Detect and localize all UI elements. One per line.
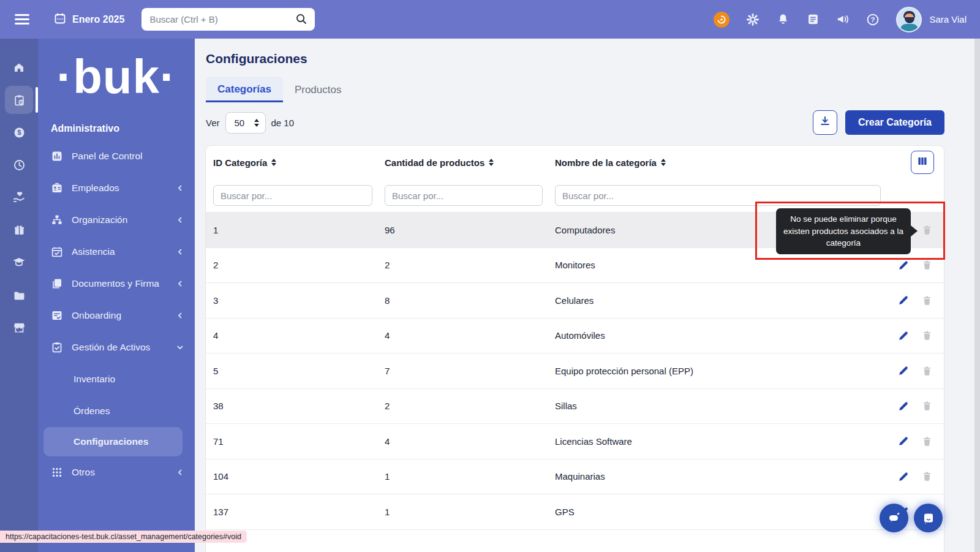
page-size-value: 50 (235, 118, 245, 128)
rail-marketplace-store-icon[interactable] (5, 313, 33, 341)
delete-trash-icon[interactable] (921, 365, 933, 377)
table-row (206, 529, 944, 552)
page-title: Configuraciones (206, 51, 307, 66)
chevron-left-icon (176, 312, 184, 319)
dashboard-icon (51, 150, 63, 162)
edit-pencil-icon[interactable] (897, 259, 910, 271)
table-row: 4 4 Automóviles (206, 318, 944, 354)
edit-pencil-icon[interactable] (897, 365, 910, 377)
sidebar-item-onboarding[interactable]: Onboarding (38, 300, 195, 331)
cell-count: 4 (385, 330, 555, 341)
page-size-select[interactable]: 50 (225, 112, 266, 134)
edit-pencil-icon[interactable] (897, 330, 910, 342)
download-button[interactable] (813, 110, 837, 135)
sidebar-item-gestion-de-activos[interactable]: Gestión de Activos (38, 331, 195, 363)
sidebar-subitem-configuraciones[interactable]: Configuraciones (43, 427, 183, 456)
rail-files-folder-icon[interactable] (5, 281, 33, 309)
global-search[interactable] (141, 8, 315, 31)
chevron-left-icon (176, 184, 184, 192)
rail-gift-icon[interactable] (5, 216, 33, 244)
cell-count: 2 (385, 260, 555, 270)
help-icon[interactable]: ? (866, 13, 880, 26)
feedback-chat-button[interactable] (880, 504, 908, 532)
cell-count: 1 (385, 507, 555, 517)
chevron-left-icon (176, 469, 184, 476)
edit-pencil-icon[interactable] (897, 400, 910, 412)
table-row: 137 1 GPS (206, 494, 944, 529)
delete-trash-icon[interactable] (921, 224, 933, 236)
total-label: de 10 (271, 118, 295, 128)
column-header-cantidad[interactable]: Cantidad de productos (385, 157, 555, 168)
cell-id: 1 (213, 225, 385, 235)
rail-asset-management-icon[interactable] (5, 86, 33, 114)
cell-id: 4 (213, 330, 385, 341)
column-header-label: Cantidad de productos (385, 157, 484, 168)
cell-id: 137 (213, 507, 385, 517)
filter-nombre-input[interactable] (555, 185, 881, 206)
column-header-id[interactable]: ID Categoría (213, 157, 385, 168)
sidebar-item-otros[interactable]: Otros (38, 456, 195, 488)
tab-productos[interactable]: Productos (283, 77, 353, 102)
rail-time-clock-icon[interactable] (5, 151, 33, 179)
delete-trash-icon[interactable] (921, 400, 933, 412)
sidebar-item-organizacion[interactable]: Organización (38, 204, 195, 236)
search-icon[interactable] (295, 13, 307, 28)
announcements-megaphone-icon[interactable] (836, 13, 850, 26)
sidebar-item-label: Empleados (72, 183, 176, 194)
edit-pencil-icon[interactable] (897, 294, 910, 306)
notifications-bell-icon[interactable] (776, 13, 790, 26)
cell-name: Licencias Software (555, 436, 891, 447)
topbar-actions: ? Sara Vial (714, 7, 967, 32)
help-chat-button[interactable] (914, 504, 943, 532)
sidebar-nav: Panel de Control Empleados Organización … (38, 140, 195, 488)
delete-trash-icon[interactable] (921, 294, 933, 306)
edit-pencil-icon[interactable] (897, 435, 910, 447)
rail-home-icon[interactable] (5, 53, 33, 81)
news-note-icon[interactable] (806, 13, 820, 26)
sidebar-item-panel-de-control[interactable]: Panel de Control (38, 140, 195, 172)
calendar-check-icon (51, 246, 63, 258)
buk-points-icon[interactable] (714, 12, 729, 28)
buk-logo[interactable]: ·buk· (38, 43, 195, 110)
delete-trash-icon[interactable] (921, 330, 933, 342)
cell-name: Celulares (555, 295, 891, 306)
rail-benefits-hand-heart-icon[interactable] (5, 183, 33, 211)
chevron-left-icon (176, 280, 184, 287)
sidebar-item-empleados[interactable]: Empleados (38, 172, 195, 204)
sidebar-subitem-inventario[interactable]: Inventario (38, 363, 195, 395)
sidebar-item-label: Organización (72, 214, 176, 225)
hamburger-menu-icon[interactable] (15, 11, 29, 27)
sidebar-item-asistencia[interactable]: Asistencia (38, 236, 195, 268)
rail-training-graduation-icon[interactable] (5, 248, 33, 276)
delete-trash-icon[interactable] (921, 435, 933, 447)
sidebar-subitem-label: Órdenes (74, 406, 110, 417)
columns-toggle-button[interactable] (911, 151, 934, 174)
org-chart-icon (51, 214, 63, 226)
global-search-input[interactable] (149, 14, 290, 25)
column-header-nombre[interactable]: Nombre de la categoría (555, 157, 891, 168)
delete-trash-icon[interactable] (921, 259, 933, 271)
filter-id-input[interactable] (213, 185, 372, 206)
sidebar-item-documentos-y-firma[interactable]: Documentos y Firma (38, 268, 195, 300)
table-row: 5 7 Equipo protección personal (EPP) (206, 353, 944, 388)
page-scrollbar[interactable] (974, 39, 980, 552)
user-name[interactable]: Sara Vial (929, 14, 967, 25)
period-selector[interactable]: Enero 2025 (54, 12, 124, 27)
cell-count: 1 (385, 471, 555, 482)
sidebar-subitem-ordenes[interactable]: Órdenes (38, 395, 195, 427)
tab-categorias[interactable]: Categorías (206, 77, 283, 102)
cell-name: Equipo protección personal (EPP) (555, 366, 891, 376)
calendar-icon (54, 12, 66, 27)
rail-payroll-dollar-icon[interactable]: $ (5, 118, 33, 146)
sidebar-subitem-label: Inventario (74, 374, 115, 385)
table-row: 3 8 Celulares (206, 282, 944, 318)
settings-gear-icon[interactable] (746, 13, 760, 26)
edit-pencil-icon[interactable] (897, 471, 910, 483)
filter-cantidad-input[interactable] (385, 185, 543, 206)
create-category-button[interactable]: Crear Categoría (845, 110, 944, 135)
ver-label: Ver (206, 118, 220, 128)
delete-trash-icon[interactable] (921, 471, 933, 483)
table-header-row: ID Categoría Cantidad de productos Nombr… (206, 146, 944, 179)
cell-id: 38 (213, 401, 385, 411)
user-avatar[interactable] (896, 7, 922, 32)
